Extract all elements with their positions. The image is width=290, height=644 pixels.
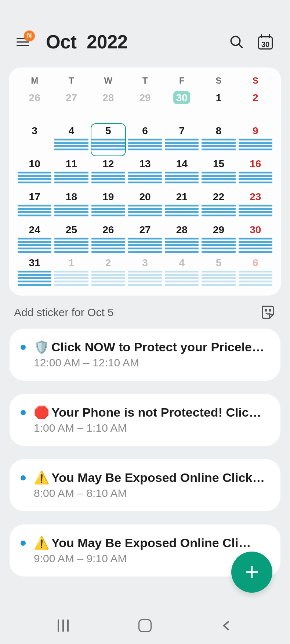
event-density-bars — [91, 238, 125, 253]
day-number: 9 — [237, 125, 274, 137]
day-cell[interactable]: 6 — [127, 124, 163, 157]
day-number: 5 — [90, 125, 127, 137]
day-cell[interactable]: 6 — [237, 256, 274, 289]
day-cell[interactable]: 8 — [200, 124, 237, 157]
day-cell[interactable]: 29 — [127, 91, 163, 124]
day-cell[interactable]: 9 — [237, 124, 274, 157]
event-density-bars — [165, 238, 199, 253]
event-density-bars — [202, 238, 235, 253]
day-number: 4 — [163, 257, 200, 269]
day-cell[interactable]: 16 — [237, 157, 274, 190]
day-cell[interactable]: 26 — [90, 223, 127, 256]
month-year-title[interactable]: Oct 2022 — [46, 31, 128, 53]
day-cell[interactable]: 29 — [200, 223, 237, 256]
day-cell[interactable]: 10 — [16, 157, 53, 190]
event-emoji-icon: ⚠️ — [34, 536, 49, 550]
day-cell[interactable]: 27 — [127, 223, 163, 256]
event-title: ⚠️You May Be Exposed Online Click… — [34, 470, 269, 485]
day-cell[interactable]: 27 — [53, 91, 90, 124]
event-density-bars — [239, 139, 272, 150]
day-number: 12 — [90, 158, 127, 170]
event-density-bars — [91, 172, 125, 183]
event-density-bars — [128, 139, 162, 150]
go-to-today-icon[interactable]: 30 — [257, 34, 273, 50]
day-number: 22 — [200, 191, 237, 203]
day-number: 24 — [16, 224, 53, 236]
calendar-week-row: 17181920212223 — [16, 190, 274, 223]
day-cell[interactable]: 3 — [127, 256, 163, 289]
nav-home-button[interactable] — [134, 615, 156, 637]
search-icon[interactable] — [229, 34, 245, 50]
day-cell[interactable]: 4 — [53, 124, 90, 157]
day-cell[interactable]: 28 — [163, 223, 200, 256]
day-number: 2 — [90, 257, 127, 269]
day-cell[interactable]: 25 — [53, 223, 90, 256]
event-density-bars — [128, 271, 162, 286]
day-cell[interactable]: 2 — [237, 91, 274, 124]
event-card[interactable]: 🛑Your Phone is not Protected! Clic…1:00 … — [10, 394, 280, 446]
day-number: 5 — [200, 257, 237, 269]
day-number: 27 — [53, 92, 90, 104]
day-number: 3 — [16, 125, 53, 137]
day-cell[interactable]: 30 — [163, 91, 200, 124]
event-density-bars — [54, 271, 88, 286]
day-cell[interactable]: 1 — [200, 91, 237, 124]
event-card[interactable]: 🛡️Click NOW to Protect your Pricele…12:0… — [10, 329, 280, 381]
add-sticker-row[interactable]: Add sticker for Oct 5 — [14, 304, 276, 321]
day-cell[interactable]: 3 — [16, 124, 53, 157]
calendar-week-row: 10111213141516 — [16, 157, 274, 190]
today-icon-day: 30 — [257, 40, 273, 49]
day-number: 10 — [16, 158, 53, 170]
day-number: 31 — [16, 257, 53, 269]
day-cell[interactable]: 5 — [90, 124, 127, 157]
day-cell[interactable]: 21 — [163, 190, 200, 223]
day-cell[interactable]: 7 — [163, 124, 200, 157]
weekday-label: T — [127, 73, 163, 91]
calendar-card: MTWTFSS 26272829301234567891011121314151… — [9, 67, 281, 296]
day-cell[interactable]: 2 — [90, 256, 127, 289]
event-body: ⚠️You May Be Exposed Online Click…8:00 A… — [34, 470, 269, 500]
day-cell[interactable]: 30 — [237, 223, 274, 256]
day-cell[interactable]: 5 — [200, 256, 237, 289]
day-cell[interactable]: 15 — [200, 157, 237, 190]
day-cell[interactable]: 14 — [163, 157, 200, 190]
event-density-bars — [165, 205, 199, 216]
day-cell[interactable]: 26 — [16, 91, 53, 124]
day-number: 16 — [237, 158, 274, 170]
nav-back-button[interactable] — [216, 615, 238, 637]
event-density-bars — [239, 238, 272, 253]
event-density-bars — [128, 238, 162, 253]
day-number: 2 — [237, 92, 274, 104]
calendar-week-row: 3456789 — [16, 124, 274, 157]
weekday-label: S — [200, 73, 237, 91]
day-cell[interactable]: 19 — [90, 190, 127, 223]
event-density-bars — [239, 172, 272, 183]
day-number: 26 — [90, 224, 127, 236]
day-cell[interactable]: 1 — [53, 256, 90, 289]
day-number: 28 — [90, 92, 127, 104]
add-event-fab[interactable] — [231, 552, 272, 593]
app-header: N Oct 2022 30 — [0, 0, 290, 64]
event-title: ⚠️You May Be Exposed Online Cli… — [34, 535, 269, 550]
day-number: 18 — [53, 191, 90, 203]
event-color-dot — [21, 345, 26, 350]
day-number: 26 — [16, 92, 53, 104]
event-body: 🛡️Click NOW to Protect your Pricele…12:0… — [34, 340, 269, 369]
day-cell[interactable]: 31 — [16, 256, 53, 289]
day-cell[interactable]: 4 — [163, 256, 200, 289]
day-cell[interactable]: 28 — [90, 91, 127, 124]
event-card[interactable]: ⚠️You May Be Exposed Online Click…8:00 A… — [10, 459, 280, 511]
day-cell[interactable]: 11 — [53, 157, 90, 190]
event-density-bars — [91, 271, 125, 286]
weekday-label: W — [90, 73, 127, 91]
day-cell[interactable]: 22 — [200, 190, 237, 223]
day-cell[interactable]: 23 — [237, 190, 274, 223]
day-cell[interactable]: 24 — [16, 223, 53, 256]
day-cell[interactable]: 13 — [127, 157, 163, 190]
day-cell[interactable]: 12 — [90, 157, 127, 190]
day-cell[interactable]: 20 — [127, 190, 163, 223]
day-cell[interactable]: 17 — [16, 190, 53, 223]
event-emoji-icon: ⚠️ — [34, 471, 49, 484]
nav-recents-button[interactable] — [52, 615, 74, 637]
day-cell[interactable]: 18 — [53, 190, 90, 223]
